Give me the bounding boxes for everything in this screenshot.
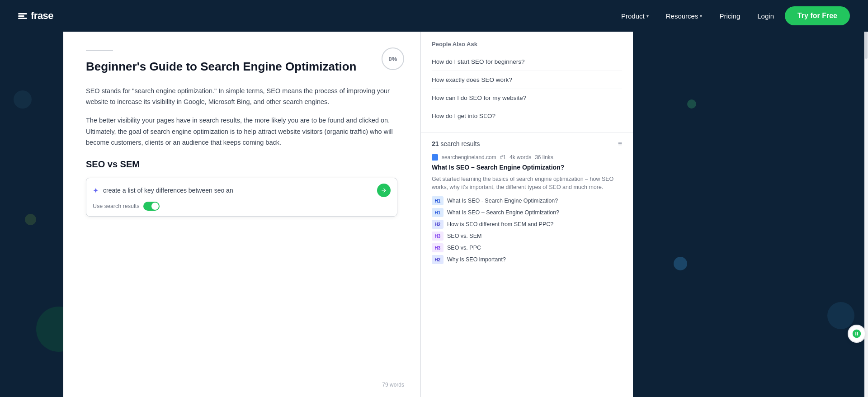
heading-text-5: SEO vs. PPC — [447, 245, 481, 251]
main-container: Beginner's Guide to Search Engine Optimi… — [63, 32, 868, 397]
heading-row-4: H3 SEO vs. SEM — [432, 232, 622, 241]
scroll-thumb — [865, 32, 868, 59]
chat-icon — [852, 329, 862, 339]
paa-item-3[interactable]: How can I do SEO for my website? — [432, 89, 622, 107]
results-count-label: search results — [440, 140, 480, 147]
use-search-results-toggle[interactable] — [143, 202, 160, 211]
result-domain: searchengineland.com — [442, 154, 496, 161]
heading-row-2: H1 What Is SEO – Search Engine Optimizat… — [432, 208, 622, 217]
article-body: SEO stands for "search engine optimizati… — [86, 85, 397, 148]
article-paragraph-1: SEO stands for "search engine optimizati… — [86, 85, 397, 108]
results-number: 21 — [432, 140, 439, 147]
nav-resources-label: Resources — [666, 12, 698, 20]
paa-section: People Also Ask How do I start SEO for b… — [421, 32, 633, 132]
h3-badge-1: H3 — [432, 232, 443, 241]
ai-prompt-input[interactable] — [103, 187, 373, 194]
use-search-results-label: Use search results — [93, 203, 140, 209]
h1-badge-2: H1 — [432, 208, 443, 217]
result-word-count: 4k words — [509, 154, 531, 161]
results-header: 21 search results ≡ — [432, 140, 622, 148]
heading-tags: H1 What Is SEO - Search Engine Optimizat… — [432, 196, 622, 264]
try-free-button[interactable]: Try for Free — [785, 6, 850, 25]
paa-item-2[interactable]: How exactly does SEO work? — [432, 71, 622, 89]
h2-badge-2: H2 — [432, 255, 443, 264]
h3-badge-2: H3 — [432, 243, 443, 252]
editor-panel: Beginner's Guide to Search Engine Optimi… — [63, 32, 420, 397]
word-count: 79 words — [382, 382, 404, 388]
ai-prompt-box: ✦ Use search results — [86, 178, 397, 217]
progress-badge: 0% — [382, 47, 404, 70]
article-title: Beginner's Guide to Search Engine Optimi… — [86, 59, 397, 75]
chevron-down-icon: ▾ — [700, 14, 702, 19]
result-snippet: Get started learning the basics of searc… — [432, 175, 622, 192]
nav-pricing-label: Pricing — [719, 12, 740, 20]
nav-login-label: Login — [757, 12, 774, 20]
heading-text-4: SEO vs. SEM — [447, 233, 481, 239]
bg-decoration-1 — [14, 90, 32, 109]
result-title[interactable]: What Is SEO – Search Engine Optimization… — [432, 163, 622, 172]
filter-icon[interactable]: ≡ — [618, 140, 622, 148]
results-count: 21 search results — [432, 140, 480, 147]
heading-row-6: H2 Why is SEO important? — [432, 255, 622, 264]
nav-resources[interactable]: Resources ▾ — [660, 9, 709, 24]
nav-login[interactable]: Login — [751, 9, 780, 24]
frase-chat-button[interactable] — [848, 325, 866, 343]
heading-text-2: What Is SEO – Search Engine Optimization… — [447, 209, 559, 216]
h2-badge-1: H2 — [432, 220, 443, 229]
nav-product[interactable]: Product ▾ — [615, 9, 655, 24]
logo[interactable]: frase — [18, 10, 53, 22]
heading-text-3: How is SEO different from SEM and PPC? — [447, 221, 553, 227]
bg-decoration-5 — [25, 214, 36, 225]
nav-pricing[interactable]: Pricing — [713, 9, 746, 24]
heading-row-5: H3 SEO vs. PPC — [432, 243, 622, 252]
result-link-count: 36 links — [535, 154, 553, 161]
result-rank: #1 — [500, 154, 506, 161]
result-card: searchengineland.com #1 4k words 36 link… — [432, 154, 622, 271]
paa-item-1[interactable]: How do I start SEO for beginners? — [432, 53, 622, 71]
article-section-title: SEO vs SEM — [86, 159, 397, 170]
chevron-down-icon: ▾ — [646, 14, 649, 19]
h1-badge-1: H1 — [432, 196, 443, 205]
heading-row-1: H1 What Is SEO - Search Engine Optimizat… — [432, 196, 622, 205]
right-panel: People Also Ask How do I start SEO for b… — [420, 32, 633, 397]
paa-item-4[interactable]: How do I get into SEO? — [432, 107, 622, 125]
heading-row-3: H2 How is SEO different from SEM and PPC… — [432, 220, 622, 229]
result-meta: searchengineland.com #1 4k words 36 link… — [432, 154, 622, 161]
scrollbar[interactable] — [864, 32, 868, 397]
nav-menu: Product ▾ Resources ▾ Pricing Login Try … — [615, 6, 850, 25]
article-divider — [86, 50, 113, 51]
result-favicon — [432, 154, 438, 161]
ai-stars-icon: ✦ — [93, 186, 99, 195]
ai-submit-button[interactable] — [377, 184, 391, 197]
logo-icon — [18, 13, 27, 19]
nav-product-label: Product — [621, 12, 645, 20]
ai-options-row: Use search results — [93, 202, 391, 211]
heading-text-6: Why is SEO important? — [447, 256, 506, 263]
progress-value: 0% — [389, 56, 397, 62]
logo-text: frase — [31, 10, 53, 22]
article-paragraph-2: The better visibility your pages have in… — [86, 115, 397, 148]
heading-text-1: What Is SEO - Search Engine Optimization… — [447, 198, 558, 204]
navbar: frase Product ▾ Resources ▾ Pricing Logi… — [0, 0, 868, 32]
arrow-right-icon — [381, 187, 387, 194]
results-section: 21 search results ≡ searchengineland.com… — [421, 132, 633, 286]
ai-prompt-input-row: ✦ — [93, 184, 391, 197]
paa-title: People Also Ask — [432, 41, 622, 47]
